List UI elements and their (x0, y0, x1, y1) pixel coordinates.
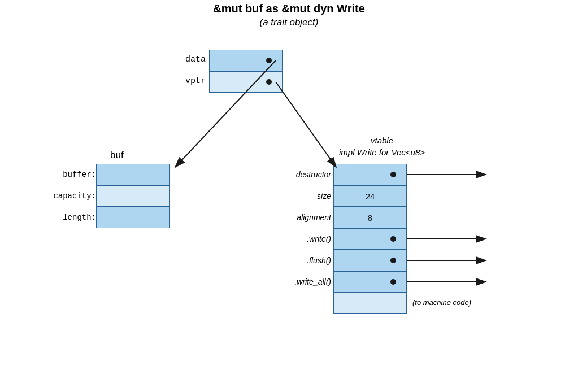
vtable-size-cell: 24 (333, 185, 407, 207)
trait-object-box: data vptr (209, 50, 283, 93)
buf-capacity-label: capacity: (23, 185, 96, 207)
vtable-title: vtable impl Write for Vec<u8> (339, 134, 425, 158)
vptr-label: vptr (185, 76, 206, 86)
vtable-title-line2: impl Write for Vec<u8> (339, 147, 425, 157)
buf-capacity-cell (96, 185, 170, 207)
destructor-dot (390, 172, 396, 177)
vtable-writeall-cell (333, 271, 407, 293)
vtable-size-label: size (260, 185, 333, 207)
vtable-flush-cell (333, 250, 407, 271)
buf-title: buf (110, 150, 124, 161)
diagram: &mut buf as &mut dyn Write (a trait obje… (0, 0, 578, 392)
vptr-to-vtable-arrow (276, 82, 336, 167)
buf-buffer-label: buffer: (23, 164, 96, 185)
trait-vptr-cell (209, 71, 283, 93)
buf-length-cell (96, 207, 170, 228)
vtable-bottom-cell (333, 293, 407, 314)
title-line2: (a trait object) (260, 17, 319, 28)
buf-field-labels: buffer: capacity: length: (23, 164, 96, 228)
vtable-alignment-label: alignment (260, 207, 333, 228)
vtable-writeall-label: .write_all() (260, 271, 333, 293)
vtable-size-value: 24 (366, 191, 375, 201)
vtable-write-label: .write() (260, 228, 333, 250)
vtable-destructor-cell (333, 164, 407, 185)
data-label: data (185, 55, 206, 64)
buf-buffer-cell (96, 164, 170, 185)
vtable-write-cell (333, 228, 407, 250)
vtable-box: 24 8 (333, 164, 407, 293)
trait-data-cell (209, 50, 283, 71)
buf-box (96, 164, 170, 228)
diagram-title: &mut buf as &mut dyn Write (a trait obje… (213, 2, 365, 28)
vtable-title-line1: vtable (371, 136, 393, 145)
write-dot (390, 236, 396, 242)
vtable-flush-label: .flush() (260, 250, 333, 271)
flush-dot (390, 258, 396, 263)
vtable-alignment-value: 8 (368, 213, 372, 223)
machine-code-label: (to machine code) (412, 298, 471, 307)
vtable-alignment-cell: 8 (333, 207, 407, 228)
buf-length-label: length: (23, 207, 96, 228)
vtable-destructor-label: destructor (260, 164, 333, 185)
trait-vptr-dot (266, 79, 272, 85)
writeall-dot (390, 279, 396, 285)
vtable-row-labels: destructor size alignment .write() .flus… (260, 164, 333, 293)
title-line1: &mut buf as &mut dyn Write (213, 2, 365, 15)
trait-data-dot (266, 58, 272, 63)
